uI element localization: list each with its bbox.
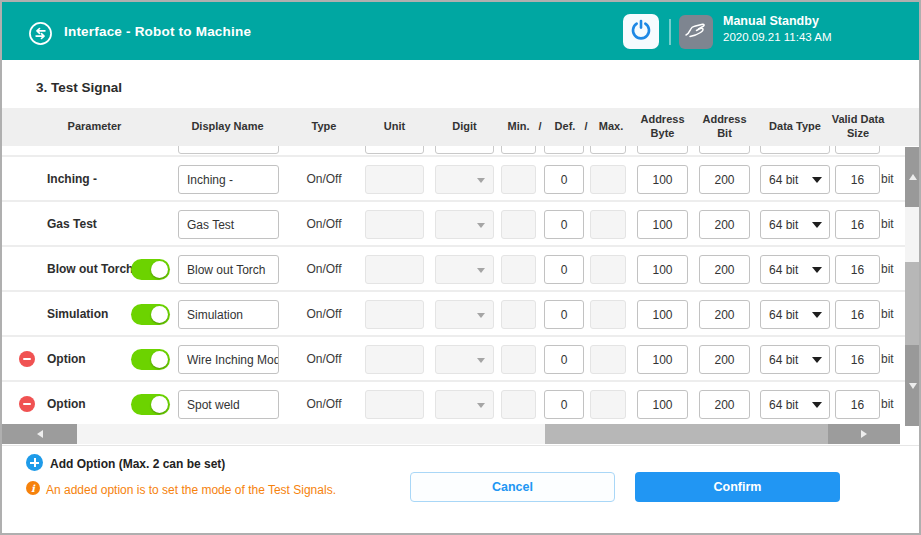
partial-input (544, 146, 584, 154)
address-bit-input[interactable] (699, 345, 750, 374)
data-type-dropdown[interactable]: 64 bit (760, 210, 830, 239)
chevron-down-icon (812, 402, 822, 408)
status-datetime: 2020.09.21 11:43 AM (723, 31, 832, 43)
address-bit-input[interactable] (699, 165, 750, 194)
data-type-value: 64 bit (769, 263, 798, 277)
default-value-input[interactable] (544, 255, 584, 284)
address-byte-input[interactable] (637, 390, 688, 419)
default-value-input[interactable] (544, 210, 584, 239)
valid-data-size-input[interactable] (835, 165, 880, 194)
arrow-left-icon (37, 430, 43, 438)
data-type-dropdown[interactable]: 64 bit (760, 390, 830, 419)
unit-input-disabled (365, 390, 424, 419)
hand-icon (683, 19, 709, 45)
topbar-divider (669, 19, 671, 45)
data-type-dropdown[interactable]: 64 bit (760, 300, 830, 329)
display-name-input[interactable] (178, 390, 279, 419)
display-name-input[interactable] (178, 345, 279, 374)
table-row: Gas Test On/Off 64 bit bit (2, 200, 905, 245)
default-value-input[interactable] (544, 165, 584, 194)
address-byte-input[interactable] (637, 300, 688, 329)
unit-input-disabled (365, 300, 424, 329)
horizontal-scroll-track[interactable] (77, 424, 545, 444)
digit-dropdown-disabled (435, 390, 494, 419)
arrow-right-icon (861, 430, 867, 438)
page-title: Interface - Robot to Machine (64, 2, 251, 60)
size-unit-label: bit (881, 292, 907, 335)
scroll-up-button[interactable] (905, 147, 920, 207)
default-value-input[interactable] (544, 390, 584, 419)
digit-dropdown-disabled (435, 210, 494, 239)
min-input-disabled (501, 210, 536, 239)
display-name-input[interactable] (178, 210, 279, 239)
vertical-scroll-track[interactable] (905, 207, 920, 262)
max-input-disabled (590, 210, 626, 239)
chevron-down-icon (477, 178, 485, 183)
address-bit-input[interactable] (699, 255, 750, 284)
status-mode: Manual Standby (723, 14, 832, 28)
valid-data-size-input[interactable] (835, 300, 880, 329)
valid-data-size-input[interactable] (835, 390, 880, 419)
max-input-disabled (590, 390, 626, 419)
data-type-dropdown[interactable]: 64 bit (760, 345, 830, 374)
scroll-down-button[interactable] (905, 345, 920, 426)
partial-input (637, 146, 688, 154)
col-valid-data-size: Valid Data Size (830, 113, 886, 141)
address-bit-input[interactable] (699, 210, 750, 239)
table-row: Option On/Off 64 bit bit (2, 380, 905, 425)
digit-dropdown-disabled (435, 345, 494, 374)
unit-input-disabled (365, 210, 424, 239)
enable-toggle[interactable] (131, 259, 170, 280)
display-name-input[interactable] (178, 165, 279, 194)
col-unit: Unit (363, 120, 426, 134)
cancel-button[interactable]: Cancel (410, 472, 615, 502)
address-byte-input[interactable] (637, 255, 688, 284)
unit-input-disabled (365, 345, 424, 374)
partial-input (760, 146, 830, 154)
type-value: On/Off (297, 247, 351, 290)
manual-mode-button[interactable] (679, 15, 713, 49)
address-bit-input[interactable] (699, 390, 750, 419)
address-bit-input[interactable] (699, 300, 750, 329)
default-value-input[interactable] (544, 300, 584, 329)
valid-data-size-input[interactable] (835, 210, 880, 239)
remove-option-button[interactable] (19, 351, 35, 367)
arrow-up-icon (909, 174, 917, 180)
chevron-down-icon (812, 267, 822, 273)
address-byte-input[interactable] (637, 165, 688, 194)
size-unit-label: bit (881, 247, 907, 290)
address-byte-input[interactable] (637, 210, 688, 239)
vertical-scroll-thumb[interactable] (905, 262, 920, 345)
horizontal-scrollbar[interactable] (2, 424, 919, 444)
scroll-right-button[interactable] (828, 424, 900, 444)
table-row: Simulation On/Off 64 bit bit (2, 290, 905, 335)
vertical-scrollbar[interactable] (905, 147, 920, 426)
data-type-dropdown[interactable]: 64 bit (760, 165, 830, 194)
chevron-down-icon (812, 177, 822, 183)
unit-input-disabled (365, 255, 424, 284)
horizontal-scroll-thumb[interactable] (545, 424, 828, 444)
data-type-value: 64 bit (769, 218, 798, 232)
chevron-down-icon (477, 223, 485, 228)
remove-option-button[interactable] (19, 396, 35, 412)
col-min: Min. (499, 120, 538, 134)
col-max: Max. (592, 120, 630, 134)
data-type-value: 64 bit (769, 398, 798, 412)
data-type-dropdown[interactable]: 64 bit (760, 255, 830, 284)
tool-status-button[interactable] (623, 14, 659, 49)
max-input-disabled (590, 345, 626, 374)
enable-toggle[interactable] (131, 394, 170, 415)
valid-data-size-input[interactable] (835, 345, 880, 374)
add-option-button[interactable] (26, 454, 43, 471)
valid-data-size-input[interactable] (835, 255, 880, 284)
size-unit-label: bit (881, 157, 907, 200)
display-name-input[interactable] (178, 255, 279, 284)
enable-toggle[interactable] (131, 304, 170, 325)
scroll-left-button[interactable] (2, 424, 77, 444)
partial-scrolled-row (2, 146, 903, 155)
confirm-button[interactable]: Confirm (635, 472, 840, 502)
default-value-input[interactable] (544, 345, 584, 374)
display-name-input[interactable] (178, 300, 279, 329)
address-byte-input[interactable] (637, 345, 688, 374)
enable-toggle[interactable] (131, 349, 170, 370)
